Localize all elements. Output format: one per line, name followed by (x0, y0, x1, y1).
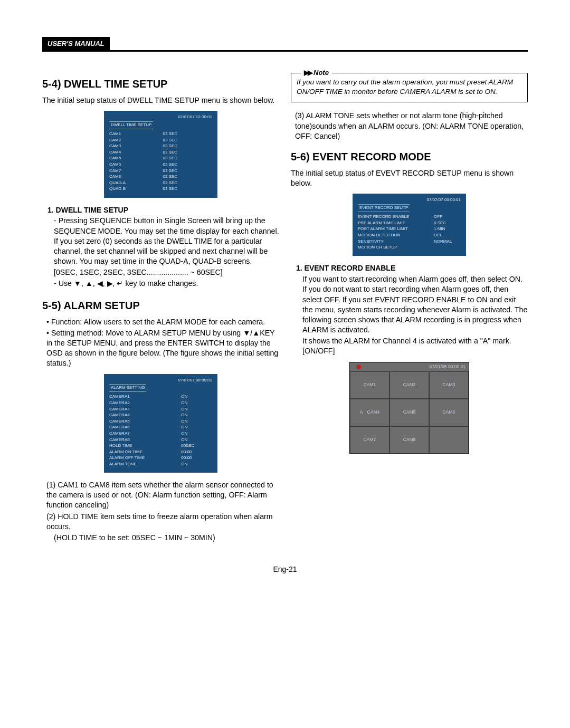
osd-alarm-setting: 07/07/07 00:00:01 ALARM SETTING CAMERA1O… (104, 374, 217, 473)
note-label: ▶▶Note (301, 68, 332, 78)
dwell-subhead: 1. DWELL TIME SETUP (48, 205, 279, 215)
alarm-note-2: (2) HOLD TIME item sets time to freeze a… (46, 512, 279, 532)
cam-cell: CAM6 (429, 399, 469, 426)
section-5-6-intro: The initial setup status of EVEVT RECORD… (291, 168, 528, 188)
note-body: If you want to carry out the alarm opera… (297, 78, 522, 97)
camera-grid: 07/01/05 00:00:01 CAM1CAM2CAM3CAM4CAM5CA… (349, 362, 469, 454)
osd-dwell-title: DWELL TIME SETUP (109, 121, 153, 129)
header-bar: USER'S MANUAL (42, 37, 528, 52)
event-para-2: It shows the ALARM for Channel 4 is acti… (302, 336, 528, 356)
cam-cell (429, 426, 469, 454)
osd-event-record: 07/07/07 00:00:01 EVENT RECORD SEUTP EVE… (353, 194, 466, 256)
event-subhead: 1. EVENT RECORD ENABLE (296, 263, 528, 273)
alarm-bullet-2: • Setting method: Move to ALARM SETUP ME… (46, 328, 279, 369)
cam-cell: CAM1 (350, 371, 390, 399)
cam-cell: CAM4 (350, 399, 390, 426)
cam-cell: CAM2 (390, 371, 429, 399)
cam-cell: CAM7 (350, 426, 390, 454)
alarm-note-1: (1) CAM1 to CAM8 item sets whether the a… (46, 480, 279, 511)
osd-dwell-timestamp: 07/07/07 12:30:01 (109, 114, 212, 120)
page-number: Eng-21 (42, 565, 528, 573)
alarm-note-2b: (HOLD TIME to be set: 05SEC ~ 1MIN ~ 30M… (54, 533, 279, 543)
osd-event-title: EVENT RECORD SEUTP (358, 204, 410, 212)
header-label: USER'S MANUAL (42, 37, 110, 50)
osd-dwell-time: 07/07/07 12:30:01 DWELL TIME SETUP CAM10… (104, 111, 217, 197)
alarm-note-3: (3) ALARM TONE sets whether or not alarm… (295, 111, 528, 141)
right-column: ▶▶Note If you want to carry out the alar… (291, 73, 528, 544)
left-column: 5-4) DWELL TIME SETUP The initial setup … (42, 73, 279, 544)
alarm-bullet-1: • Function: Allow users to set the ALARM… (46, 317, 279, 327)
cam-cell: CAM3 (429, 371, 469, 399)
osd-alarm-title: ALARM SETTING (109, 384, 146, 392)
cam-cell: CAM5 (390, 399, 429, 426)
section-5-5-title: 5-5) ALARM SETUP (42, 299, 279, 313)
event-para-1: If you want to start recording when Alar… (302, 274, 528, 335)
dwell-para-1: - Pressing SEQUENCE button in Single Scr… (54, 216, 279, 266)
dwell-para-3: - Use ▼, ▲, ◀, ▶, ↵ key to make changes. (54, 279, 279, 289)
section-5-4-intro: The initial setup status of DWELL TIME S… (42, 95, 279, 106)
record-dot-icon (356, 365, 361, 369)
cam-cell: CAM8 (390, 426, 429, 454)
dwell-para-2: [0SEC, 1SEC, 2SEC, 3SEC.................… (54, 267, 279, 277)
osd-alarm-timestamp: 07/07/07 00:00:01 (109, 378, 212, 384)
section-5-4-title: 5-4) DWELL TIME SETUP (42, 77, 279, 91)
note-box: ▶▶Note If you want to carry out the alar… (291, 73, 528, 102)
camgrid-timestamp: 07/01/05 00:00:01 (429, 364, 466, 369)
section-5-6-title: 5-6) EVENT RECORD MODE (291, 150, 528, 164)
osd-event-timestamp: 07/07/07 00:00:01 (358, 197, 461, 203)
